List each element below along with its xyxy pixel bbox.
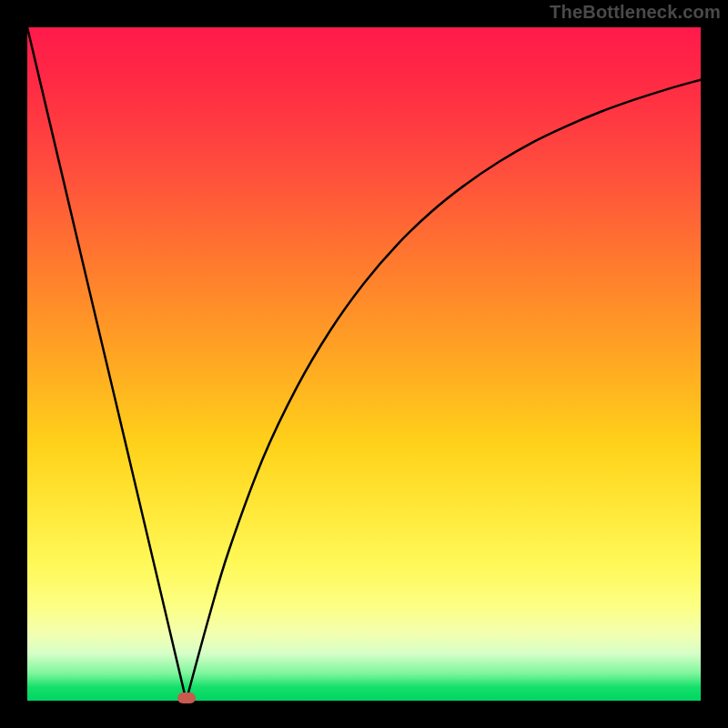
minimum-marker <box>177 693 196 703</box>
bottleneck-curve <box>27 27 701 701</box>
chart-frame: TheBottleneck.com <box>0 0 728 728</box>
plot-area <box>27 27 701 701</box>
curve-svg <box>27 27 701 701</box>
attribution-label: TheBottleneck.com <box>550 2 721 23</box>
